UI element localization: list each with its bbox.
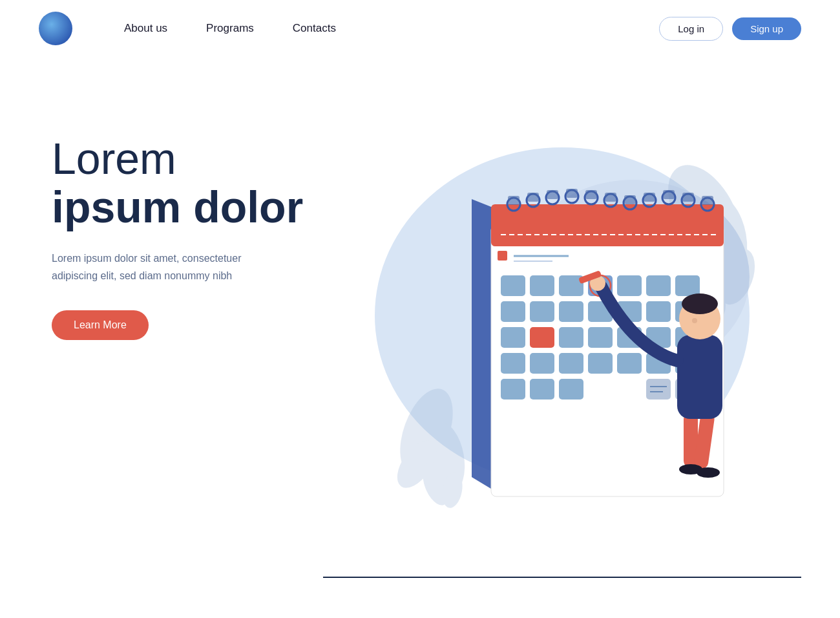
hero-title-light: Lorem: [52, 134, 323, 183]
svg-rect-72: [530, 379, 554, 400]
svg-rect-59: [559, 327, 583, 348]
svg-rect-28: [508, 196, 520, 205]
svg-rect-15: [491, 204, 724, 246]
logo[interactable]: [39, 12, 72, 45]
svg-point-86: [682, 293, 718, 314]
svg-rect-50: [501, 301, 525, 322]
navbar: About us Programs Contacts Log in Sign u…: [0, 0, 840, 57]
svg-rect-84: [677, 335, 722, 419]
hero-description: Lorem ipsum dolor sit amet, consectetuer…: [52, 250, 258, 284]
svg-rect-33: [605, 193, 616, 202]
svg-rect-64: [501, 353, 525, 374]
svg-rect-35: [644, 193, 655, 202]
login-button[interactable]: Log in: [659, 17, 723, 41]
svg-rect-58: [530, 327, 554, 348]
signup-button[interactable]: Sign up: [732, 17, 801, 40]
svg-rect-48: [646, 275, 671, 296]
svg-rect-66: [559, 353, 583, 374]
svg-rect-42: [501, 275, 525, 296]
svg-rect-49: [675, 275, 700, 296]
hero-left: Lorem ipsum dolor Lorem ipsum dolor sit …: [52, 96, 323, 340]
svg-rect-31: [566, 189, 578, 198]
svg-point-87: [692, 318, 697, 323]
svg-rect-34: [624, 195, 636, 204]
hero-title-bold: ipsum dolor: [52, 183, 323, 231]
hero-illustration: [323, 96, 801, 618]
svg-rect-60: [588, 327, 613, 348]
svg-rect-55: [646, 301, 671, 322]
svg-rect-65: [530, 353, 554, 374]
svg-point-83: [697, 467, 720, 478]
svg-rect-74: [646, 379, 671, 400]
nav-about-us[interactable]: About us: [124, 22, 167, 35]
svg-rect-73: [559, 379, 583, 400]
svg-rect-52: [559, 301, 583, 322]
illustration-svg: [323, 96, 775, 587]
svg-rect-43: [530, 275, 554, 296]
svg-rect-47: [617, 275, 642, 296]
ground-line: [323, 577, 801, 578]
svg-rect-29: [527, 193, 539, 202]
svg-rect-38: [702, 196, 713, 205]
main-content: Lorem ipsum dolor Lorem ipsum dolor sit …: [0, 57, 840, 618]
nav-actions: Log in Sign up: [659, 17, 801, 41]
svg-rect-67: [588, 353, 613, 374]
nav-links: About us Programs Contacts: [124, 22, 659, 35]
svg-rect-30: [547, 190, 558, 199]
svg-rect-36: [663, 190, 675, 199]
svg-rect-57: [501, 327, 525, 348]
svg-rect-37: [682, 193, 694, 202]
svg-rect-71: [501, 379, 525, 400]
learn-more-button[interactable]: Learn More: [52, 310, 149, 340]
svg-rect-39: [498, 251, 507, 261]
svg-rect-68: [617, 353, 642, 374]
svg-rect-51: [530, 301, 554, 322]
nav-contacts[interactable]: Contacts: [293, 22, 336, 35]
nav-programs[interactable]: Programs: [206, 22, 254, 35]
svg-rect-32: [585, 190, 597, 199]
